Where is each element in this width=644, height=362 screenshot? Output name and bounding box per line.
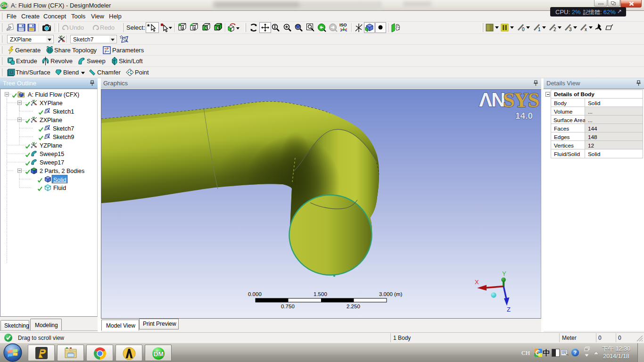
svg-text:ΛN: ΛN [479, 90, 504, 111]
svg-text:1.500: 1.500 [314, 291, 327, 297]
svg-text:Sweep15: Sweep15 [40, 151, 64, 157]
svg-text:A: Fluid Flow (CFX): A: Fluid Flow (CFX) [28, 91, 79, 98]
svg-text:XYPlane: XYPlane [40, 100, 63, 107]
svg-text:Fluid: Fluid [53, 185, 66, 191]
svg-text:0: 0 [522, 27, 525, 32]
svg-text:3.000 (m): 3.000 (m) [379, 291, 402, 297]
svg-text:2 Parts, 2 Bodies: 2 Parts, 2 Bodies [40, 168, 84, 174]
svg-text:0.750: 0.750 [281, 304, 295, 309]
svg-text:X: X [475, 279, 479, 286]
svg-text:Sweep17: Sweep17 [40, 159, 64, 166]
svg-text:Z: Z [507, 306, 511, 313]
svg-text:P: P [107, 47, 109, 50]
svg-text:SYS: SYS [503, 90, 539, 112]
svg-text:Y: Y [502, 270, 506, 277]
svg-text:1: 1 [538, 27, 541, 32]
svg-text:?: ? [573, 350, 577, 355]
svg-text:0.000: 0.000 [248, 291, 262, 297]
svg-text:x: x [585, 27, 587, 32]
svg-text:*: * [147, 23, 150, 30]
svg-text:DM: DM [154, 350, 164, 358]
svg-text:ZXPlane: ZXPlane [40, 117, 62, 123]
svg-text:2: 2 [553, 27, 556, 32]
svg-text:2.250: 2.250 [347, 304, 360, 309]
svg-text:ISO: ISO [339, 23, 347, 27]
svg-text:Sketch7: Sketch7 [53, 125, 74, 132]
svg-text:P: P [105, 50, 107, 53]
svg-text:Solid: Solid [53, 177, 66, 183]
svg-text:YZPlane: YZPlane [40, 142, 62, 149]
svg-text:Sketch9: Sketch9 [53, 134, 74, 140]
svg-text:3: 3 [569, 27, 572, 32]
svg-text:14.0: 14.0 [515, 111, 533, 121]
svg-text:Sketch1: Sketch1 [53, 108, 74, 115]
